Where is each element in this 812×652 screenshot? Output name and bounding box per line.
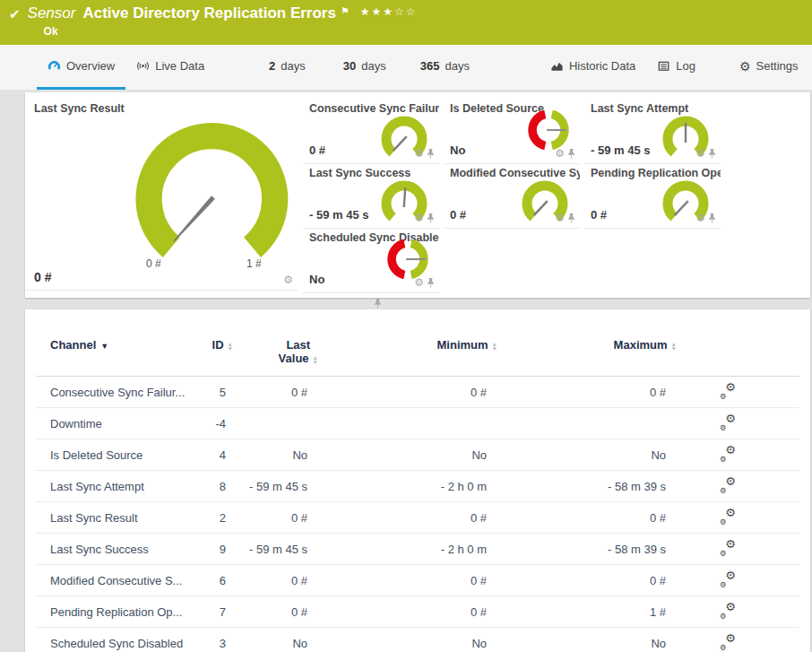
channel-name[interactable]: Scheduled Sync Disabled (36, 628, 206, 652)
maximum-value: 0 # (497, 502, 677, 534)
channel-settings-icon[interactable]: ⚙⚙ (720, 478, 736, 493)
channel-name[interactable]: Is Deleted Source (36, 439, 206, 471)
tab-365-days[interactable]: 365 days (410, 45, 480, 90)
boolean-gauge (384, 235, 432, 283)
gauge-last-sync-success: Last Sync Success - 59 m 45 s ⚙ (303, 164, 439, 229)
cell-actions: ⚙ (555, 148, 575, 159)
last-value: - 59 m 45 s (233, 471, 318, 502)
gauge-value: 0 # (591, 208, 607, 222)
channel-settings-icon[interactable]: ⚙⚙ (720, 447, 736, 462)
channel-settings-icon[interactable]: ⚙⚙ (720, 384, 736, 399)
cell-actions: ⚙ (414, 213, 435, 223)
tab-label: days (445, 59, 469, 73)
gauge-value: 0 # (309, 143, 325, 157)
minimum-value: 0 # (318, 565, 497, 596)
pin-icon[interactable] (567, 148, 575, 159)
channel-settings-icon[interactable]: ⚙⚙ (720, 509, 736, 525)
gauge-value: - 59 m 45 s (591, 143, 651, 157)
channel-settings-icon[interactable]: ⚙⚙ (720, 604, 736, 619)
historic-data-icon (550, 59, 564, 73)
channel-name[interactable]: Consecutive Sync Failur... (36, 377, 206, 408)
gauge-last-sync-attempt: Last Sync Attempt - 59 m 45 s ⚙ (584, 100, 721, 164)
channel-name[interactable]: Modified Consecutive S... (36, 565, 206, 596)
flag-icon[interactable]: ⚑ (341, 5, 350, 17)
gear-icon[interactable]: ⚙ (283, 274, 293, 285)
pin-icon[interactable] (427, 148, 435, 159)
tab-historic-data[interactable]: Historic Data (540, 45, 646, 90)
gear-icon[interactable]: ⚙ (414, 213, 424, 223)
channel-settings-icon[interactable]: ⚙⚙ (720, 635, 736, 650)
maximum-value: 1 # (497, 596, 677, 628)
tab-log[interactable]: Log (646, 45, 706, 90)
column-header-id[interactable]: ID▲▼ (206, 331, 233, 377)
minimum-value (318, 408, 497, 439)
channel-id: 4 (206, 439, 233, 471)
maximum-value: No (497, 439, 677, 471)
tab-overview[interactable]: Overview (37, 45, 125, 90)
channel-settings-icon[interactable]: ⚙⚙ (720, 415, 736, 430)
table-row: Last Sync Attempt 8 - 59 m 45 s - 2 h 0 … (36, 471, 799, 502)
tab-settings[interactable]: ⚙ Settings (729, 45, 809, 90)
table-row: Is Deleted Source 4 No No No ⚙⚙ (36, 439, 799, 471)
sort-icon: ▲▼ (492, 342, 497, 351)
sensor-title: Active Directory Replication Errors (82, 4, 335, 22)
gauge-value: 0 # (34, 270, 51, 284)
maximum-value: 0 # (497, 377, 677, 408)
pin-icon[interactable] (708, 213, 716, 223)
channel-name[interactable]: Last Sync Result (36, 502, 206, 534)
column-header-last-value[interactable]: LastValue▲▼ (233, 331, 318, 377)
table-row: Downtime -4 ⚙⚙ (36, 408, 799, 439)
last-value: 0 # (233, 565, 318, 596)
gear-icon[interactable]: ⚙ (555, 148, 565, 159)
gear-icon[interactable]: ⚙ (555, 213, 565, 223)
gear-icon[interactable]: ⚙ (414, 277, 424, 288)
cell-actions: ⚙ (555, 213, 575, 223)
prtg-sensor-page: ✔ Sensor Active Directory Replication Er… (0, 0, 812, 652)
channel-name[interactable]: Last Sync Success (36, 534, 206, 565)
gear-icon[interactable]: ⚙ (695, 148, 705, 159)
column-header-maximum[interactable]: Maximum▲▼ (497, 331, 677, 377)
channel-id: 3 (206, 628, 233, 652)
last-value (233, 408, 318, 439)
channel-id: 9 (206, 534, 233, 565)
channel-id: -4 (206, 408, 233, 439)
tab-bar: Overview Live Data 2 days 30 days 365 da… (0, 45, 812, 90)
gauge-pending-replication-operations: Pending Replication Operatio... 0 # ⚙ (584, 164, 721, 229)
channel-settings-icon[interactable]: ⚙⚙ (720, 541, 736, 556)
pin-icon[interactable] (374, 298, 382, 309)
last-value: 0 # (233, 502, 318, 534)
minimum-value: No (318, 439, 497, 471)
pin-icon[interactable] (567, 213, 575, 223)
channel-id: 7 (206, 596, 233, 628)
sort-icon: ▲▼ (671, 342, 677, 351)
channel-name[interactable]: Downtime (36, 408, 206, 439)
tab-live-data[interactable]: Live Data (125, 45, 215, 90)
column-header-channel[interactable]: Channel▼ (36, 331, 206, 377)
channel-name[interactable]: Last Sync Attempt (36, 471, 206, 502)
gauge-value: 0 # (450, 208, 466, 222)
gauge-value: No (450, 143, 465, 157)
channel-settings-icon[interactable]: ⚙⚙ (720, 572, 736, 587)
tab-label: days (361, 59, 385, 73)
pin-icon[interactable] (427, 277, 435, 288)
gear-icon[interactable]: ⚙ (414, 148, 424, 159)
pin-icon[interactable] (708, 148, 716, 159)
gauge-last-sync-result: Last Sync Result 0 # 1 # 0 # ⚙ (25, 95, 298, 291)
channels-panel: Channel▼ ID▲▼ LastValue▲▼ Minimum▲▼ Maxi… (25, 309, 810, 652)
sort-desc-icon: ▼ (100, 342, 108, 351)
priority-stars[interactable]: ★★★☆☆ (360, 5, 418, 18)
cell-actions: ⚙ (414, 148, 435, 159)
cell-actions: ⚙ (695, 213, 716, 223)
tab-30-days[interactable]: 30 days (333, 45, 397, 90)
gear-icon[interactable]: ⚙ (695, 213, 705, 223)
channel-name[interactable]: Pending Replication Op... (36, 596, 206, 628)
tab-label: Log (676, 59, 695, 73)
gauge-title: Last Sync Result (34, 102, 125, 115)
tab-2-days[interactable]: 2 days (258, 45, 316, 90)
pin-icon[interactable] (427, 213, 435, 223)
gauge-icon (48, 59, 61, 73)
channel-id: 8 (206, 471, 233, 502)
table-row: Last Sync Result 2 0 # 0 # 0 # ⚙⚙ (36, 502, 799, 534)
column-header-minimum[interactable]: Minimum▲▼ (318, 331, 497, 377)
channel-id: 6 (206, 565, 233, 596)
